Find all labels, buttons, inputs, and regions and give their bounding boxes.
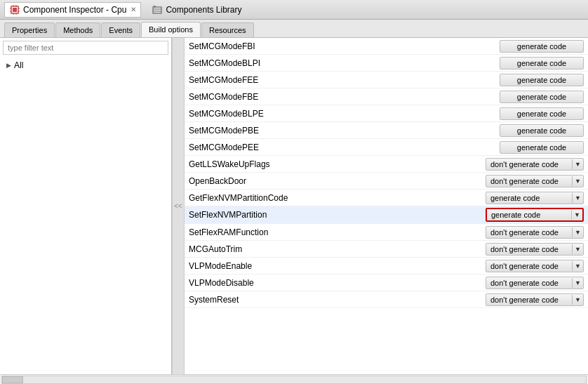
title-bar-component-inspector[interactable]: Component Inspector - Cpu ✕ <box>4 2 141 18</box>
method-name-MCGAutoTrim: MCGAutoTrim <box>189 244 486 254</box>
dropdown-GetLLSWakeUpFlags[interactable]: don't generate code▼ <box>486 158 584 171</box>
method-action-SystemReset: don't generate code▼ <box>486 293 584 306</box>
dropdown-arrow-GetLLSWakeUpFlags[interactable]: ▼ <box>572 159 583 169</box>
dropdown-arrow-SetFlexRAMFunction[interactable]: ▼ <box>572 227 583 237</box>
method-name-SystemReset: SystemReset <box>189 295 486 305</box>
tab-build-options[interactable]: Build options <box>141 22 201 37</box>
method-row: SetMCGModePEEgenerate code <box>185 139 588 156</box>
dropdown-SetFlexRAMFunction[interactable]: don't generate code▼ <box>486 226 584 239</box>
method-row: SetMCGModePBEgenerate code <box>185 122 588 139</box>
lib-icon <box>152 4 163 15</box>
dropdown-text-SystemReset: don't generate code <box>486 294 572 305</box>
dropdown-VLPModeEnable[interactable]: don't generate code▼ <box>486 260 584 272</box>
method-row: SetMCGModeFEEgenerate code <box>185 72 588 88</box>
method-row: MCGAutoTrimdon't generate code▼ <box>185 241 588 258</box>
tree-item-all[interactable]: ▶ All <box>1 59 170 72</box>
tab-properties-label: Properties <box>12 26 47 34</box>
method-action-SetMCGModeFBI: generate code <box>500 40 584 53</box>
generate-code-button-SetMCGModeBLPI[interactable]: generate code <box>500 57 584 69</box>
method-name-SetMCGModeFBI: SetMCGModeFBI <box>189 41 500 51</box>
dropdown-text-SetFlexNVMPartition: generate code <box>487 209 571 220</box>
generate-code-button-SetMCGModeBLPE[interactable]: generate code <box>500 107 584 120</box>
tabs-row: Properties Methods Events Build options … <box>0 20 588 38</box>
method-name-SetFlexNVMPartition: SetFlexNVMPartition <box>189 210 486 220</box>
method-row: SetMCGModeBLPIgenerate code <box>185 55 588 72</box>
title-component-inspector-label: Component Inspector - Cpu <box>23 5 126 15</box>
title-component-inspector-close[interactable]: ✕ <box>131 6 136 13</box>
tab-events[interactable]: Events <box>101 22 140 37</box>
tab-methods-label: Methods <box>63 26 93 34</box>
tab-resources[interactable]: Resources <box>201 22 254 37</box>
method-row: SetMCGModeFBEgenerate code <box>185 88 588 105</box>
generate-code-button-SetMCGModeFBE[interactable]: generate code <box>500 91 584 103</box>
main-content: ▶ All << SetMCGModeFBIgenerate codeSetMC… <box>0 38 588 374</box>
method-name-SetMCGModeBLPE: SetMCGModeBLPE <box>189 109 500 119</box>
splitter-label: << <box>174 202 182 210</box>
scrollbar-track[interactable] <box>1 376 587 384</box>
scrollbar-thumb[interactable] <box>2 376 23 383</box>
method-name-SetMCGModeBLPI: SetMCGModeBLPI <box>189 58 500 68</box>
dropdown-arrow-MCGAutoTrim[interactable]: ▼ <box>572 244 583 254</box>
method-row: SetFlexNVMPartitiongenerate code▼ <box>185 206 588 224</box>
left-panel: ▶ All <box>0 38 172 374</box>
generate-code-button-SetMCGModePEE[interactable]: generate code <box>500 141 584 154</box>
dropdown-arrow-SystemReset[interactable]: ▼ <box>572 295 583 305</box>
splitter[interactable]: << <box>172 38 185 374</box>
right-panel: SetMCGModeFBIgenerate codeSetMCGModeBLPI… <box>185 38 588 374</box>
dropdown-arrow-VLPModeEnable[interactable]: ▼ <box>572 261 583 271</box>
method-name-SetFlexRAMFunction: SetFlexRAMFunction <box>189 227 486 237</box>
tree-arrow-all: ▶ <box>4 61 13 69</box>
method-action-VLPModeEnable: don't generate code▼ <box>486 260 584 272</box>
method-name-SetMCGModePEE: SetMCGModePEE <box>189 143 500 152</box>
method-name-GetFlexNVMPartitionCode: GetFlexNVMPartitionCode <box>189 193 486 203</box>
dropdown-text-OpenBackDoor: don't generate code <box>486 176 572 187</box>
method-action-SetMCGModeBLPI: generate code <box>500 57 584 69</box>
dropdown-SystemReset[interactable]: don't generate code▼ <box>486 293 584 306</box>
tab-methods[interactable]: Methods <box>55 22 100 37</box>
dropdown-OpenBackDoor[interactable]: don't generate code▼ <box>486 175 584 187</box>
tab-events-label: Events <box>109 26 133 34</box>
method-name-SetMCGModeFBE: SetMCGModeFBE <box>189 92 500 102</box>
method-action-GetLLSWakeUpFlags: don't generate code▼ <box>486 158 584 171</box>
dropdown-arrow-OpenBackDoor[interactable]: ▼ <box>572 176 583 186</box>
main-window: Component Inspector - Cpu ✕ Components L… <box>0 0 588 384</box>
svg-rect-10 <box>153 7 161 13</box>
method-action-OpenBackDoor: don't generate code▼ <box>486 175 584 187</box>
generate-code-button-SetMCGModePBE[interactable]: generate code <box>500 124 584 137</box>
title-bar: Component Inspector - Cpu ✕ Components L… <box>0 0 588 20</box>
generate-code-button-SetMCGModeFEE[interactable]: generate code <box>500 74 584 86</box>
method-name-SetMCGModeFEE: SetMCGModeFEE <box>189 75 500 85</box>
method-row: GetLLSWakeUpFlagsdon't generate code▼ <box>185 156 588 173</box>
tab-build-options-label: Build options <box>149 25 193 34</box>
title-bar-components-library[interactable]: Components Library <box>147 2 246 18</box>
tree-item-all-label: All <box>14 60 23 70</box>
dropdown-VLPModeDisable[interactable]: don't generate code▼ <box>486 277 584 289</box>
tab-resources-label: Resources <box>209 26 246 34</box>
dropdown-text-MCGAutoTrim: don't generate code <box>486 244 572 255</box>
dropdown-MCGAutoTrim[interactable]: don't generate code▼ <box>486 243 584 256</box>
method-action-MCGAutoTrim: don't generate code▼ <box>486 243 584 256</box>
method-name-SetMCGModePBE: SetMCGModePBE <box>189 126 500 135</box>
method-row: SystemResetdon't generate code▼ <box>185 291 588 308</box>
cpu-icon <box>9 4 20 15</box>
dropdown-SetFlexNVMPartition[interactable]: generate code▼ <box>486 208 584 222</box>
dropdown-arrow-GetFlexNVMPartitionCode[interactable]: ▼ <box>572 193 583 203</box>
method-row: SetMCGModeFBIgenerate code <box>185 38 588 55</box>
method-action-SetFlexRAMFunction: don't generate code▼ <box>486 226 584 239</box>
method-action-VLPModeDisable: don't generate code▼ <box>486 277 584 289</box>
method-name-VLPModeDisable: VLPModeDisable <box>189 278 486 288</box>
dropdown-GetFlexNVMPartitionCode[interactable]: generate code▼ <box>486 192 584 204</box>
bottom-scrollbar[interactable] <box>0 374 588 384</box>
filter-input[interactable] <box>3 41 168 55</box>
tab-properties[interactable]: Properties <box>4 22 55 37</box>
method-row: SetFlexRAMFunctiondon't generate code▼ <box>185 224 588 241</box>
title-components-library-label: Components Library <box>166 5 241 15</box>
dropdown-text-GetLLSWakeUpFlags: don't generate code <box>486 159 572 170</box>
method-action-SetMCGModeBLPE: generate code <box>500 107 584 120</box>
method-action-SetFlexNVMPartition: generate code▼ <box>486 208 584 222</box>
svg-rect-13 <box>153 6 156 8</box>
generate-code-button-SetMCGModeFBI[interactable]: generate code <box>500 40 584 53</box>
dropdown-arrow-VLPModeDisable[interactable]: ▼ <box>572 278 583 288</box>
method-name-VLPModeEnable: VLPModeEnable <box>189 261 486 271</box>
dropdown-arrow-SetFlexNVMPartition[interactable]: ▼ <box>571 210 582 220</box>
